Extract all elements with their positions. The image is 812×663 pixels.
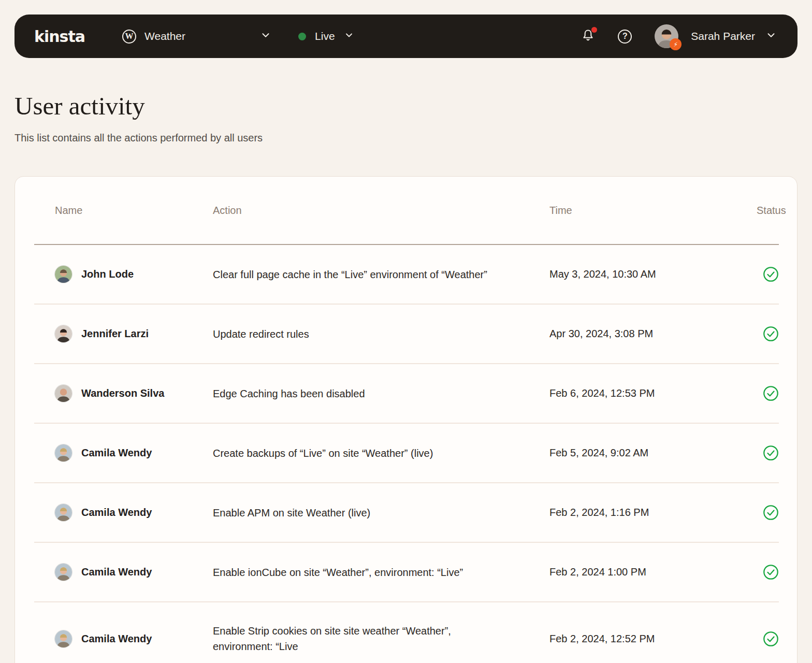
name-cell: Camila Wendy: [34, 504, 213, 521]
name-cell: John Lode: [34, 266, 213, 283]
column-header-name: Name: [34, 205, 213, 217]
help-button[interactable]: ?: [618, 30, 632, 44]
user-avatar: [55, 325, 72, 342]
user-name-label: Camila Wendy: [81, 566, 152, 578]
user-avatar: [55, 504, 72, 521]
time-cell: Apr 30, 2024, 3:08 PM: [549, 328, 723, 340]
success-status-icon: [763, 564, 779, 580]
status-cell: [723, 266, 780, 282]
time-cell: Feb 2, 2024 1:00 PM: [549, 566, 723, 578]
success-status-icon: [763, 385, 779, 401]
user-name-label: Wanderson Silva: [81, 387, 164, 399]
site-selector-dropdown[interactable]: W Weather: [122, 30, 271, 44]
wordpress-icon: W: [122, 30, 136, 44]
environment-status-dot: [298, 33, 306, 40]
table-row: Camila Wendy Enable ionCube on site “Wea…: [34, 542, 779, 601]
user-activity-table-card: Name Action Time Status John Lode Clear …: [15, 176, 798, 663]
site-selector-label: Weather: [144, 30, 185, 42]
table-row: Camila Wendy Enable APM on site Weather …: [34, 482, 779, 542]
name-cell: Camila Wendy: [34, 630, 213, 647]
notifications-button[interactable]: [581, 28, 595, 44]
page-subtitle: This list contains all the actions perfo…: [15, 132, 798, 144]
user-avatar: [55, 444, 72, 462]
action-cell: Enable APM on site Weather (live): [213, 505, 549, 521]
time-cell: Feb 2, 2024, 1:16 PM: [549, 507, 723, 518]
success-status-icon: [763, 266, 779, 282]
name-cell: Camila Wendy: [34, 444, 213, 462]
action-cell: Enable ionCube on site “Weather”, enviro…: [213, 565, 549, 580]
column-header-action: Action: [213, 205, 549, 217]
table-row: Wanderson Silva Edge Caching has been di…: [34, 363, 779, 423]
top-navbar: kinsta W Weather Live ?: [15, 15, 798, 58]
user-name-label: Camila Wendy: [81, 447, 152, 459]
user-name-label: Sarah Parker: [691, 30, 755, 42]
time-cell: Feb 6, 2024, 12:53 PM: [549, 387, 723, 399]
action-cell: Clear full page cache in the “Live” envi…: [213, 267, 549, 282]
kinsta-logo[interactable]: kinsta: [34, 27, 85, 46]
user-avatar: [55, 630, 72, 647]
status-cell: [723, 564, 780, 580]
status-cell: [723, 445, 780, 461]
user-avatar: [55, 564, 72, 581]
status-cell: [723, 631, 780, 647]
table-header-row: Name Action Time Status: [34, 177, 779, 244]
table-row: Camila Wendy Create backups of “Live” on…: [34, 423, 779, 482]
status-cell: [723, 385, 780, 401]
user-avatar: [55, 385, 72, 402]
user-name-label: Camila Wendy: [81, 507, 152, 518]
name-cell: Jennifer Larzi: [34, 325, 213, 342]
user-menu-dropdown[interactable]: ⚡ Sarah Parker: [655, 24, 777, 48]
name-cell: Wanderson Silva: [34, 385, 213, 402]
success-status-icon: [763, 505, 779, 521]
action-cell: Update redirect rules: [213, 326, 549, 342]
notification-unread-dot: [591, 27, 597, 33]
chevron-down-icon: [260, 30, 271, 44]
lightning-badge-icon: ⚡: [670, 38, 682, 50]
action-cell: Create backups of “Live” on site “Weathe…: [213, 445, 549, 461]
time-cell: May 3, 2024, 10:30 AM: [549, 268, 723, 280]
help-icon: ?: [618, 30, 632, 44]
table-row: Camila Wendy Enable Strip cookies on sit…: [34, 601, 779, 663]
chevron-down-icon: [344, 30, 354, 43]
column-header-time: Time: [549, 205, 723, 217]
status-cell: [723, 326, 780, 342]
success-status-icon: [763, 326, 779, 342]
user-name-label: Camila Wendy: [81, 633, 152, 645]
table-row: John Lode Clear full page cache in the “…: [34, 245, 779, 304]
user-name-label: Jennifer Larzi: [81, 328, 149, 340]
chevron-down-icon: [765, 30, 777, 44]
user-name-label: John Lode: [81, 268, 134, 280]
success-status-icon: [763, 445, 779, 461]
action-cell: Enable Strip cookies on site site weathe…: [213, 623, 549, 654]
time-cell: Feb 5, 2024, 9:02 AM: [549, 447, 723, 459]
table-row: Jennifer Larzi Update redirect rules Apr…: [34, 304, 779, 363]
action-cell: Edge Caching has been disabled: [213, 386, 549, 401]
success-status-icon: [763, 631, 779, 647]
column-header-status: Status: [723, 205, 780, 217]
user-avatar: [55, 266, 72, 283]
environment-selector-label: Live: [315, 30, 335, 42]
page-title: User activity: [15, 91, 798, 121]
name-cell: Camila Wendy: [34, 564, 213, 581]
status-cell: [723, 505, 780, 521]
environment-selector-dropdown[interactable]: Live: [298, 30, 354, 43]
time-cell: Feb 2, 2024, 12:52 PM: [549, 633, 723, 645]
